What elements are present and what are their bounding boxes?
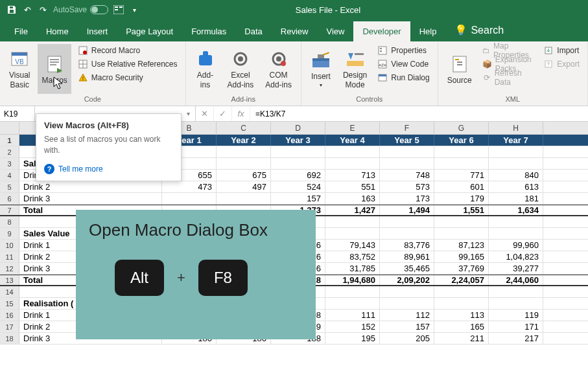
cell[interactable]: 35,465 — [380, 263, 434, 274]
excel-addins-button[interactable]: Excel Add-ins — [224, 44, 258, 94]
cell[interactable]: 1,634 — [489, 205, 543, 215]
save-icon[interactable] — [6, 5, 17, 15]
cell[interactable]: 173 — [380, 193, 434, 204]
cell[interactable]: 157 — [380, 321, 434, 332]
tab-file[interactable]: File — [5, 21, 37, 41]
tell-me-more-link[interactable]: ? Tell me more — [44, 164, 173, 174]
cell[interactable]: 79,143 — [325, 240, 380, 251]
tab-developer[interactable]: Developer — [353, 21, 410, 41]
tab-home[interactable]: Home — [37, 21, 78, 41]
cell[interactable]: 99,165 — [434, 251, 489, 262]
cell[interactable]: 87,123 — [434, 240, 489, 251]
name-box[interactable]: K19 — [0, 106, 35, 121]
cell[interactable]: 195 — [325, 333, 380, 344]
undo-icon[interactable]: ↶ — [22, 5, 32, 15]
cell[interactable] — [434, 228, 489, 239]
cell[interactable] — [489, 298, 543, 309]
col-header-C[interactable]: C — [217, 122, 271, 134]
cell[interactable] — [162, 193, 217, 204]
cell[interactable]: Year 2 — [217, 135, 271, 146]
row-header-16[interactable]: 16 — [0, 310, 19, 321]
cell[interactable]: 179 — [434, 193, 489, 204]
tab-view[interactable]: View — [317, 21, 353, 41]
row-header-12[interactable]: 12 — [0, 263, 19, 274]
cell[interactable]: 99,960 — [489, 240, 543, 251]
cell[interactable] — [489, 216, 543, 227]
autosave-toggle[interactable]: AutoSave — [53, 5, 108, 14]
cell[interactable]: 211 — [434, 333, 489, 344]
export-button[interactable]: Export — [541, 58, 582, 71]
macro-security-button[interactable]: !Macro Security — [75, 71, 180, 84]
cell[interactable]: 39,277 — [489, 263, 543, 274]
cell[interactable]: 1,494 — [380, 205, 434, 215]
cell[interactable]: 31,785 — [325, 263, 380, 274]
qat-customize-icon[interactable]: ▾ — [129, 5, 139, 15]
com-addins-button[interactable]: COM Add-ins — [261, 44, 296, 94]
cell[interactable] — [489, 286, 543, 297]
cell[interactable]: 573 — [380, 181, 434, 192]
cell[interactable]: 840 — [489, 170, 543, 181]
col-header-G[interactable]: G — [434, 122, 489, 134]
cell[interactable]: 771 — [434, 170, 489, 181]
insert-control-button[interactable]: Insert▾ — [307, 44, 335, 94]
col-header-F[interactable]: F — [380, 122, 434, 134]
cell[interactable]: 113 — [434, 310, 489, 321]
cell[interactable] — [380, 298, 434, 309]
cell[interactable]: 2,44,060 — [489, 275, 543, 285]
row-header-11[interactable]: 11 — [0, 251, 19, 262]
cell[interactable]: Drink 3 — [19, 193, 162, 204]
cell[interactable] — [489, 146, 543, 157]
cell[interactable]: 83,752 — [325, 251, 380, 262]
cell[interactable]: 217 — [489, 333, 543, 344]
cell[interactable] — [434, 216, 489, 227]
row-header-4[interactable]: 4 — [0, 170, 19, 181]
cell[interactable] — [489, 228, 543, 239]
name-dropdown-icon[interactable]: ▾ — [187, 110, 190, 117]
record-macro-button[interactable]: Record Macro — [75, 44, 180, 57]
cell[interactable]: 205 — [380, 333, 434, 344]
cell[interactable]: 524 — [271, 181, 325, 192]
row-header-6[interactable]: 6 — [0, 193, 19, 204]
cell[interactable]: 713 — [325, 170, 380, 181]
row-header-17[interactable]: 17 — [0, 321, 19, 332]
cell[interactable] — [325, 298, 380, 309]
fx-icon[interactable]: fx — [232, 106, 250, 121]
cell[interactable]: 83,776 — [380, 240, 434, 251]
cell[interactable] — [217, 146, 271, 157]
cell[interactable] — [325, 228, 380, 239]
cell[interactable]: 675 — [217, 170, 271, 181]
tab-help[interactable]: Help — [410, 21, 446, 41]
row-header-3[interactable]: 3 — [0, 158, 19, 169]
view-code-button[interactable]: </>View Code — [375, 58, 432, 71]
cell[interactable]: Year 6 — [434, 135, 489, 146]
cell[interactable] — [434, 298, 489, 309]
cell[interactable]: 473 — [162, 181, 217, 192]
row-header-10[interactable]: 10 — [0, 240, 19, 251]
cell[interactable] — [325, 286, 380, 297]
cell[interactable] — [380, 216, 434, 227]
cell[interactable]: 1,551 — [434, 205, 489, 215]
cell[interactable]: 89,961 — [380, 251, 434, 262]
cell[interactable]: Year 7 — [489, 135, 543, 146]
row-header-5[interactable]: 5 — [0, 181, 19, 192]
col-header-D[interactable]: D — [271, 122, 325, 134]
cell[interactable] — [217, 158, 271, 169]
col-header-H[interactable]: H — [489, 122, 543, 134]
tab-review[interactable]: Review — [272, 21, 318, 41]
import-button[interactable]: Import — [541, 44, 582, 57]
cell[interactable]: 111 — [325, 310, 380, 321]
cell[interactable]: 181 — [489, 193, 543, 204]
tab-page-layout[interactable]: Page Layout — [117, 21, 182, 41]
row-header-8[interactable]: 8 — [0, 216, 19, 227]
run-dialog-button[interactable]: Run Dialog — [375, 71, 432, 84]
cell[interactable]: 1,04,823 — [489, 251, 543, 262]
cell[interactable]: 152 — [325, 321, 380, 332]
row-header-7[interactable]: 7 — [0, 205, 19, 215]
row-header-14[interactable]: 14 — [0, 286, 19, 297]
select-all-corner[interactable] — [0, 122, 19, 134]
cell[interactable]: 1,94,680 — [325, 275, 380, 285]
cell[interactable] — [325, 216, 380, 227]
cell[interactable] — [271, 158, 325, 169]
redo-icon[interactable]: ↷ — [38, 5, 48, 15]
cell[interactable] — [271, 146, 325, 157]
